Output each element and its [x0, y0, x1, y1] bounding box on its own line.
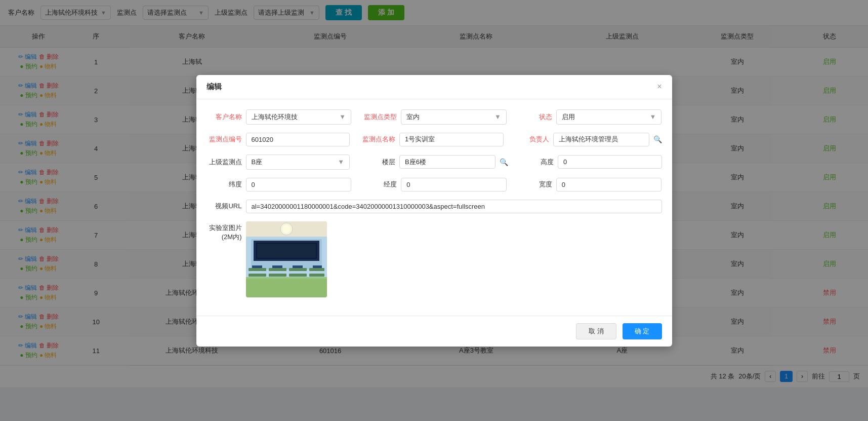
- client-field-label: 客户名称: [206, 112, 242, 122]
- height-label: 高度: [518, 158, 554, 167]
- classroom-image: [246, 221, 327, 297]
- name-field: 监测点名称: [360, 133, 504, 146]
- height-field: 高度: [518, 155, 662, 170]
- cancel-button[interactable]: 取 消: [576, 323, 616, 339]
- manager-input[interactable]: [553, 133, 649, 146]
- lng-input[interactable]: [401, 178, 507, 192]
- status-field: 状态 启用 ▼: [517, 109, 662, 125]
- form-row-4: 纬度 经度 宽度: [206, 178, 662, 192]
- chevron-down-icon: ▼: [338, 158, 344, 166]
- search-icon[interactable]: 🔍: [500, 158, 508, 166]
- confirm-button[interactable]: 确 定: [623, 323, 662, 339]
- search-icon[interactable]: 🔍: [653, 135, 662, 143]
- svg-rect-10: [289, 268, 307, 271]
- modal-body: 客户名称 上海轼伦环境技 ▼ 监测点类型 室内 ▼ 状态: [196, 99, 672, 316]
- modal-footer: 取 消 确 定: [196, 316, 672, 347]
- code-label: 监测点编号: [206, 135, 242, 144]
- img-preview[interactable]: [246, 221, 327, 297]
- client-field-select[interactable]: 上海轼伦环境技 ▼: [246, 109, 352, 125]
- parent-monitor-label: 上级监测点: [206, 158, 242, 167]
- width-input[interactable]: [556, 178, 662, 192]
- svg-rect-20: [246, 277, 327, 297]
- parent-field: 上级监测点 B座 ▼: [206, 155, 350, 170]
- floor-label: 楼层: [360, 158, 395, 167]
- chevron-down-icon: ▼: [339, 113, 346, 121]
- video-url-label: 视频URL: [206, 202, 242, 211]
- lng-field: 经度: [361, 178, 507, 192]
- manager-field: 负责人 🔍: [514, 133, 662, 146]
- svg-rect-19: [313, 265, 322, 268]
- code-field: 监测点编号: [206, 133, 350, 146]
- svg-rect-8: [249, 268, 266, 271]
- floor-input[interactable]: [399, 155, 495, 169]
- img-label: 实验室图片 (2M内): [206, 223, 242, 242]
- svg-rect-17: [272, 265, 282, 268]
- form-row-1: 客户名称 上海轼伦环境技 ▼ 监测点类型 室内 ▼ 状态: [206, 109, 662, 125]
- floor-field: 楼层 🔍: [360, 155, 508, 170]
- chevron-down-icon: ▼: [494, 113, 501, 121]
- video-url-row: 视频URL: [206, 200, 662, 213]
- svg-rect-11: [309, 268, 324, 271]
- svg-rect-7: [257, 244, 316, 258]
- modal-header: 编辑 ×: [196, 75, 672, 99]
- monitor-type-field: 监测点类型 室内 ▼: [361, 109, 507, 125]
- form-row-3: 上级监测点 B座 ▼ 楼层 🔍 高度: [206, 155, 662, 170]
- width-field: 宽度: [517, 178, 662, 192]
- code-input[interactable]: [246, 133, 350, 146]
- lng-label: 经度: [361, 180, 397, 189]
- status-label: 状态: [517, 112, 552, 122]
- name-label: 监测点名称: [360, 135, 395, 144]
- img-upload-row: 实验室图片 (2M内): [206, 221, 662, 297]
- parent-select[interactable]: B座 ▼: [246, 155, 350, 170]
- svg-point-2: [282, 225, 291, 233]
- video-url-input[interactable]: [246, 200, 662, 213]
- modal-overlay: 编辑 × 客户名称 上海轼伦环境技 ▼ 监测点类型 室内 ▼: [0, 0, 868, 421]
- chevron-down-icon: ▼: [650, 113, 656, 121]
- monitor-type-select[interactable]: 室内 ▼: [401, 109, 507, 125]
- lat-input[interactable]: [246, 178, 352, 192]
- modal-title: 编辑: [206, 82, 222, 92]
- lat-field: 纬度: [206, 178, 352, 192]
- edit-modal: 编辑 × 客户名称 上海轼伦环境技 ▼ 监测点类型 室内 ▼: [196, 75, 672, 347]
- name-input[interactable]: [399, 133, 504, 146]
- svg-rect-12: [249, 274, 266, 277]
- svg-rect-21: [246, 277, 327, 279]
- svg-rect-16: [252, 265, 262, 268]
- svg-rect-15: [309, 274, 324, 277]
- svg-rect-13: [269, 274, 286, 277]
- monitor-type-label: 监测点类型: [361, 112, 397, 122]
- client-field: 客户名称 上海轼伦环境技 ▼: [206, 109, 352, 125]
- height-input[interactable]: [558, 155, 662, 169]
- lat-label: 纬度: [206, 180, 242, 189]
- form-row-2: 监测点编号 监测点名称 负责人 🔍: [206, 133, 662, 146]
- svg-rect-9: [269, 268, 286, 271]
- width-label: 宽度: [517, 180, 552, 189]
- manager-label: 负责人: [514, 135, 549, 144]
- modal-close-button[interactable]: ×: [657, 82, 662, 91]
- svg-rect-18: [293, 265, 303, 268]
- status-select[interactable]: 启用 ▼: [556, 109, 662, 125]
- svg-rect-14: [289, 274, 307, 277]
